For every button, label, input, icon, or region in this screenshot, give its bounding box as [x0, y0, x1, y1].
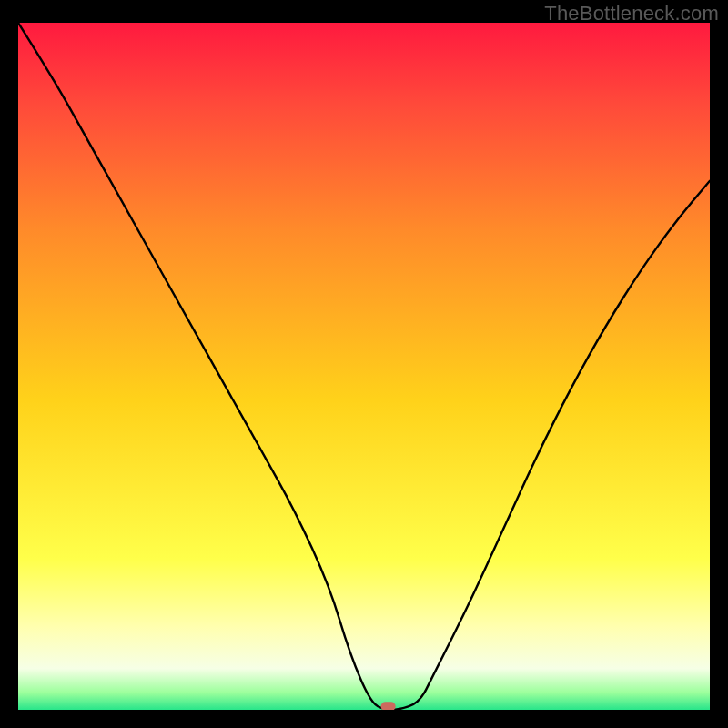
chart-frame: TheBottleneck.com: [0, 0, 728, 728]
svg-rect-0: [18, 23, 710, 710]
watermark-text: TheBottleneck.com: [544, 2, 719, 25]
optimal-marker: [381, 702, 396, 710]
bottleneck-chart: [18, 23, 710, 710]
